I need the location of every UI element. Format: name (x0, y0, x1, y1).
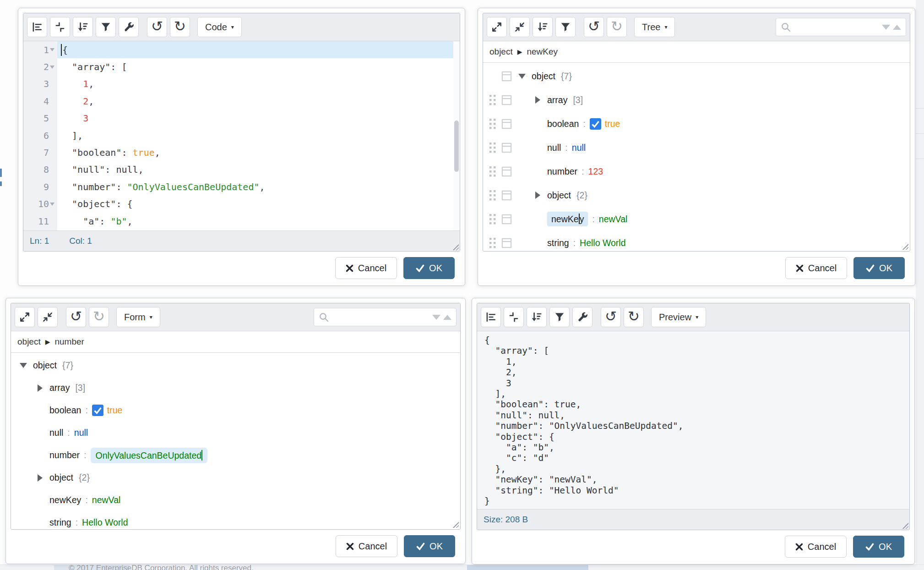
undo-button[interactable]: ↺ (601, 307, 621, 327)
cancel-button[interactable]: Cancel (335, 257, 397, 279)
row-actions-menu-button[interactable] (500, 71, 512, 82)
scrollbar-track[interactable] (453, 41, 460, 230)
row-actions-menu-button[interactable] (500, 166, 512, 177)
tree-value[interactable]: newVal (599, 214, 628, 225)
ok-button[interactable]: OK (853, 536, 904, 558)
format-button[interactable] (27, 17, 47, 37)
tree-key[interactable]: null (49, 428, 63, 438)
mode-select-button[interactable]: Form ▾ (116, 307, 160, 327)
cancel-button[interactable]: Cancel (336, 535, 397, 557)
repair-button[interactable] (572, 307, 592, 327)
search-input[interactable] (791, 22, 882, 33)
search-previous-icon[interactable] (893, 25, 901, 30)
sort-button[interactable] (73, 17, 93, 37)
breadcrumb-item[interactable]: object (489, 47, 513, 57)
drag-handle-icon[interactable] (488, 119, 498, 129)
collapse-button[interactable] (510, 17, 530, 37)
redo-button[interactable]: ↻ (624, 307, 644, 327)
tree-value[interactable]: true (107, 405, 123, 416)
undo-button[interactable]: ↺ (147, 17, 167, 37)
compact-button[interactable] (50, 17, 70, 37)
search-box[interactable] (314, 308, 457, 326)
ok-button[interactable]: OK (403, 257, 455, 279)
collapse-arrow-icon[interactable] (17, 363, 29, 368)
mode-select-button[interactable]: Tree ▾ (634, 17, 675, 37)
drag-handle-icon[interactable] (488, 238, 498, 248)
expand-button[interactable] (15, 307, 35, 327)
compact-button[interactable] (504, 307, 524, 327)
tree-value[interactable]: OnlyValuesCanBeUpdated (91, 448, 208, 463)
expand-button[interactable] (487, 17, 507, 37)
tree-key[interactable]: object (532, 71, 555, 82)
tree-key[interactable]: null (547, 142, 561, 153)
collapse-button[interactable] (38, 307, 58, 327)
expand-arrow-icon[interactable] (34, 384, 46, 392)
tree-key[interactable]: number (547, 166, 577, 177)
tree-value[interactable]: newVal (92, 495, 121, 505)
drag-handle-icon[interactable] (488, 166, 498, 177)
tree-value[interactable]: null (572, 142, 586, 153)
expand-arrow-icon[interactable] (532, 96, 544, 104)
tree-key[interactable]: newKey (547, 212, 588, 226)
search-box[interactable] (776, 18, 906, 36)
tree-value[interactable]: Hello World (580, 238, 625, 248)
collapse-arrow-icon[interactable] (516, 74, 528, 79)
ok-button[interactable]: OK (404, 535, 455, 557)
redo-button[interactable]: ↻ (170, 17, 190, 37)
fold-arrow-icon[interactable] (49, 66, 55, 69)
drag-handle-icon[interactable] (488, 95, 498, 105)
tree-key[interactable]: object (33, 360, 57, 371)
checkbox-checked-icon[interactable] (92, 405, 103, 416)
fold-arrow-icon[interactable] (49, 48, 55, 51)
row-actions-menu-button[interactable] (500, 142, 512, 153)
filter-button[interactable] (549, 307, 570, 327)
cancel-button[interactable]: Cancel (785, 257, 847, 279)
tree-value[interactable]: true (605, 119, 620, 129)
search-input[interactable] (329, 312, 432, 323)
tree-key[interactable]: number (49, 450, 80, 460)
tree-key[interactable]: object (49, 472, 73, 483)
drag-handle-icon[interactable] (488, 142, 498, 153)
search-previous-icon[interactable] (443, 315, 451, 320)
row-actions-menu-button[interactable] (500, 238, 512, 248)
tree-key[interactable]: string (49, 517, 71, 528)
row-actions-menu-button[interactable] (500, 214, 512, 225)
tree-key[interactable]: newKey (49, 495, 81, 505)
tree-key[interactable]: object (547, 190, 571, 201)
breadcrumb-item[interactable]: newKey (527, 47, 558, 57)
tree-value[interactable]: null (74, 428, 88, 438)
tree-key[interactable]: boolean (49, 405, 81, 416)
scrollbar-thumb[interactable] (454, 121, 459, 172)
breadcrumb-item[interactable]: number (54, 337, 84, 347)
row-actions-menu-button[interactable] (500, 119, 512, 129)
checkbox-checked-icon[interactable] (590, 118, 601, 130)
search-next-icon[interactable] (882, 25, 890, 30)
search-next-icon[interactable] (432, 315, 440, 320)
sort-button[interactable] (533, 17, 553, 37)
drag-handle-icon[interactable] (488, 190, 498, 201)
mode-select-button[interactable]: Preview ▾ (651, 307, 706, 327)
ok-button[interactable]: OK (853, 257, 905, 279)
tree-key[interactable]: string (547, 238, 569, 248)
resize-handle[interactable] (452, 243, 459, 250)
code-lines[interactable]: { "array": [ 1, 2, 3 ], "boolean": true,… (57, 41, 460, 230)
filter-button[interactable] (96, 17, 116, 37)
drag-handle-icon[interactable] (488, 214, 498, 225)
expand-arrow-icon[interactable] (34, 474, 46, 482)
tree-key[interactable]: array (547, 95, 567, 105)
cancel-button[interactable]: Cancel (785, 536, 847, 558)
undo-button[interactable]: ↺ (584, 17, 604, 37)
tree-value[interactable]: 123 (588, 166, 603, 177)
repair-button[interactable] (119, 17, 139, 37)
expand-arrow-icon[interactable] (532, 192, 544, 199)
tree-key[interactable]: boolean (547, 119, 579, 129)
code-area[interactable]: 123456789101112 { "array": [ 1, 2, 3 ], … (23, 41, 460, 230)
tree-value[interactable]: Hello World (82, 517, 128, 528)
fold-arrow-icon[interactable] (49, 203, 55, 206)
undo-button[interactable]: ↺ (66, 307, 86, 327)
row-actions-menu-button[interactable] (500, 95, 512, 105)
redo-button[interactable]: ↻ (89, 307, 109, 327)
mode-select-button[interactable]: Code ▾ (197, 17, 242, 37)
filter-button[interactable] (555, 17, 576, 37)
resize-handle[interactable] (902, 522, 908, 529)
